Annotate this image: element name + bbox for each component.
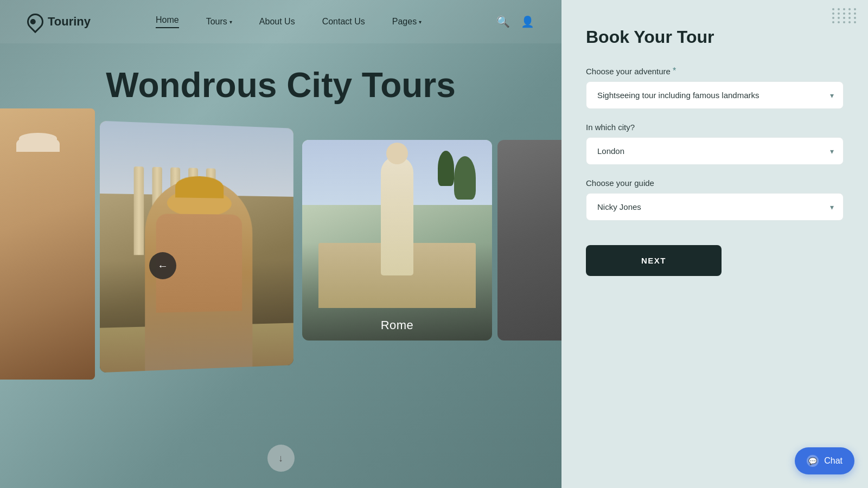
- city-form-group: In which city? London Rome Paris Barcelo…: [586, 123, 844, 165]
- photo-rome: Rome: [302, 140, 492, 341]
- logo-text: Touriny: [48, 15, 91, 29]
- navigation: Touriny Home Tours ▾ About Us Contact Us…: [0, 0, 561, 43]
- adventure-label: Choose your adventure *: [586, 66, 844, 76]
- logo-icon: [24, 10, 47, 33]
- nav-contact[interactable]: Contact Us: [322, 17, 365, 27]
- city-label: In which city?: [586, 123, 844, 132]
- nav-pages[interactable]: Pages ▾: [392, 17, 422, 27]
- adventure-select[interactable]: Sightseeing tour including famous landma…: [586, 81, 844, 109]
- nav-home[interactable]: Home: [156, 15, 179, 28]
- chat-button[interactable]: 💬 Chat: [795, 447, 854, 474]
- city-select-wrapper: London Rome Paris Barcelona Amsterdam ▾: [586, 137, 844, 165]
- dots-pattern: [832, 8, 857, 23]
- statue: [381, 156, 413, 275]
- chat-icon: 💬: [807, 455, 819, 467]
- back-button[interactable]: ←: [149, 252, 176, 279]
- scroll-down-icon: ↓: [278, 453, 283, 464]
- nav-right-icons: 🔍 👤: [496, 15, 534, 28]
- tree-1: [454, 156, 476, 200]
- pillar-1: [134, 166, 144, 255]
- user-icon[interactable]: 👤: [521, 15, 534, 28]
- logo[interactable]: Touriny: [27, 14, 91, 30]
- main-website: Touriny Home Tours ▾ About Us Contact Us…: [0, 0, 561, 488]
- guide-form-group: Choose your guide Nicky Jones John Smith…: [586, 178, 844, 221]
- rome-label: Rome: [381, 318, 414, 332]
- tree-2: [438, 151, 454, 186]
- pages-chevron-icon: ▾: [419, 19, 422, 25]
- panel-title: Book Your Tour: [586, 27, 844, 47]
- next-button[interactable]: NEXT: [586, 245, 722, 276]
- search-icon[interactable]: 🔍: [496, 15, 510, 28]
- back-arrow-icon: ←: [157, 260, 168, 272]
- tours-chevron-icon: ▾: [229, 19, 232, 25]
- guide-select[interactable]: Nicky Jones John Smith Maria Garcia Davi…: [586, 193, 844, 221]
- hero-title: Wondrous City Tours: [106, 65, 456, 105]
- nav-about[interactable]: About Us: [259, 17, 295, 27]
- guide-label: Choose your guide: [586, 178, 844, 188]
- adventure-select-wrapper: Sightseeing tour including famous landma…: [586, 81, 844, 109]
- guide-select-wrapper: Nicky Jones John Smith Maria Garcia Davi…: [586, 193, 844, 221]
- required-star: *: [673, 66, 676, 76]
- hat: [167, 189, 232, 217]
- scroll-indicator[interactable]: ↓: [267, 445, 295, 472]
- chat-label: Chat: [824, 456, 843, 466]
- nav-links: Home Tours ▾ About Us Contact Us Pages ▾: [156, 15, 422, 28]
- city-select[interactable]: London Rome Paris Barcelona Amsterdam: [586, 137, 844, 165]
- photo-bird-strip: [0, 108, 95, 380]
- adventure-form-group: Choose your adventure * Sightseeing tour…: [586, 66, 844, 109]
- nav-tours[interactable]: Tours ▾: [206, 17, 232, 27]
- photo-ruins: [100, 121, 293, 373]
- photo-fourth: [497, 140, 561, 341]
- booking-panel: Book Your Tour Choose your adventure * S…: [561, 0, 868, 488]
